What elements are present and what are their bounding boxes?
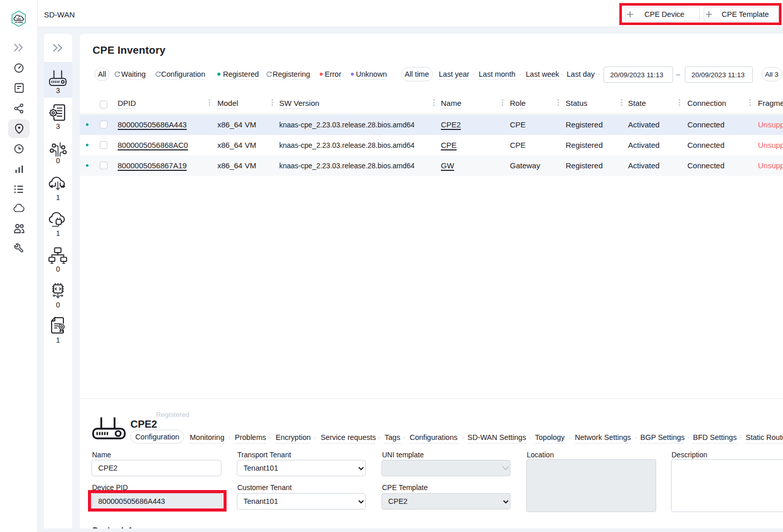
svg-text:SD-WAN: SD-WAN: [15, 21, 23, 24]
